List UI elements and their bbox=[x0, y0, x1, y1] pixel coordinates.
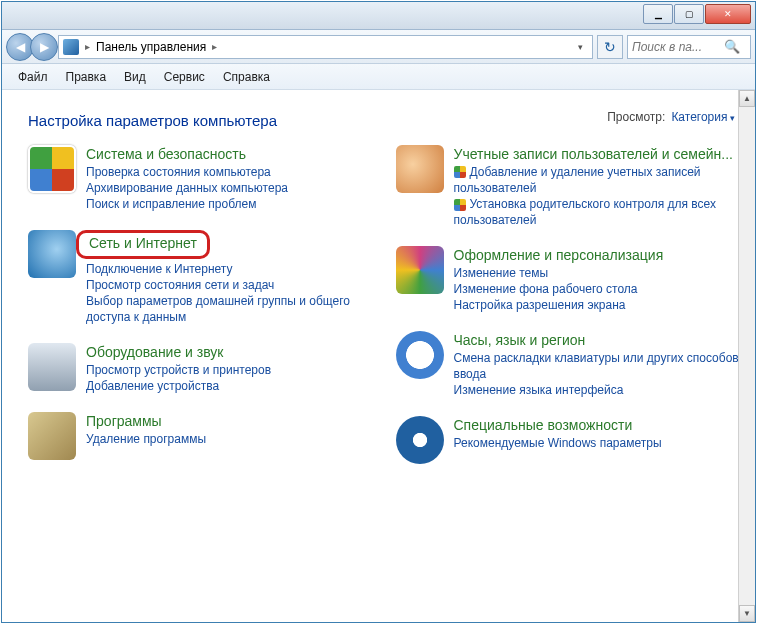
category-title-hardware[interactable]: Оборудование и звук bbox=[86, 344, 224, 360]
menu-edit[interactable]: Правка bbox=[58, 68, 115, 86]
category-title-access[interactable]: Специальные возможности bbox=[454, 417, 633, 433]
category-link[interactable]: Просмотр устройств и принтеров bbox=[86, 362, 372, 378]
category-access: Специальные возможностиРекомендуемые Win… bbox=[396, 416, 740, 464]
menu-help[interactable]: Справка bbox=[215, 68, 278, 86]
category-link[interactable]: Настройка разрешения экрана bbox=[454, 297, 740, 313]
category-clock: Часы, язык и регионСмена раскладки клави… bbox=[396, 331, 740, 398]
hardware-icon bbox=[28, 343, 76, 391]
category-appearance: Оформление и персонализацияИзменение тем… bbox=[396, 246, 740, 313]
menu-file[interactable]: Файл bbox=[10, 68, 56, 86]
highlight-ring: Сеть и Интернет bbox=[76, 230, 210, 259]
category-title-programs[interactable]: Программы bbox=[86, 413, 162, 429]
category-title-security[interactable]: Система и безопасность bbox=[86, 146, 246, 162]
appearance-icon bbox=[396, 246, 444, 294]
programs-icon bbox=[28, 412, 76, 460]
menu-tools[interactable]: Сервис bbox=[156, 68, 213, 86]
category-hardware: Оборудование и звукПросмотр устройств и … bbox=[28, 343, 372, 394]
category-link[interactable]: Изменение фона рабочего стола bbox=[454, 281, 740, 297]
category-body: Оборудование и звукПросмотр устройств и … bbox=[86, 343, 372, 394]
search-box[interactable]: 🔍 bbox=[627, 35, 751, 59]
search-icon[interactable]: 🔍 bbox=[724, 39, 740, 54]
category-link[interactable]: Просмотр состояния сети и задач bbox=[86, 277, 372, 293]
titlebar: ▁ ▢ ✕ bbox=[2, 2, 755, 30]
breadcrumb-arrow-icon: ▸ bbox=[85, 41, 90, 52]
minimize-button[interactable]: ▁ bbox=[643, 4, 673, 24]
category-network: Сеть и ИнтернетПодключение к ИнтернетуПр… bbox=[28, 230, 372, 325]
category-link[interactable]: Поиск и исправление проблем bbox=[86, 196, 372, 212]
category-link[interactable]: Изменение темы bbox=[454, 265, 740, 281]
breadcrumb[interactable]: Панель управления bbox=[96, 40, 206, 54]
category-programs: ПрограммыУдаление программы bbox=[28, 412, 372, 460]
control-panel-icon bbox=[63, 39, 79, 55]
menu-view[interactable]: Вид bbox=[116, 68, 154, 86]
view-selector: Просмотр: Категория bbox=[607, 110, 735, 124]
navbar: ◀ ▶ ▸ Панель управления ▸ ▾ ↻ 🔍 bbox=[2, 30, 755, 64]
category-title-appearance[interactable]: Оформление и персонализация bbox=[454, 247, 664, 263]
shield-icon bbox=[454, 199, 466, 211]
category-title-network[interactable]: Сеть и Интернет bbox=[89, 235, 197, 251]
category-body: Специальные возможностиРекомендуемые Win… bbox=[454, 416, 740, 464]
category-link[interactable]: Смена раскладки клавиатуры или других сп… bbox=[454, 350, 740, 382]
category-link[interactable]: Выбор параметров домашней группы и общег… bbox=[86, 293, 372, 325]
category-link[interactable]: Рекомендуемые Windows параметры bbox=[454, 435, 740, 451]
content-area: Настройка параметров компьютера Просмотр… bbox=[2, 90, 755, 622]
scroll-track[interactable] bbox=[739, 107, 755, 605]
category-body: Часы, язык и регионСмена раскладки клави… bbox=[454, 331, 740, 398]
menubar: Файл Правка Вид Сервис Справка bbox=[2, 64, 755, 90]
users-icon bbox=[396, 145, 444, 193]
category-body: Учетные записи пользователей и семейн...… bbox=[454, 145, 740, 228]
address-dropdown-icon[interactable]: ▾ bbox=[572, 42, 588, 52]
scroll-down-button[interactable]: ▼ bbox=[739, 605, 755, 622]
category-link[interactable]: Подключение к Интернету bbox=[86, 261, 372, 277]
forward-button[interactable]: ▶ bbox=[30, 33, 58, 61]
category-body: Сеть и ИнтернетПодключение к ИнтернетуПр… bbox=[86, 230, 372, 325]
left-column: Система и безопасностьПроверка состояния… bbox=[28, 145, 372, 464]
clock-icon bbox=[396, 331, 444, 379]
category-link[interactable]: Изменение языка интерфейса bbox=[454, 382, 740, 398]
address-bar[interactable]: ▸ Панель управления ▸ ▾ bbox=[58, 35, 593, 59]
category-security: Система и безопасностьПроверка состояния… bbox=[28, 145, 372, 212]
refresh-button[interactable]: ↻ bbox=[597, 35, 623, 59]
search-input[interactable] bbox=[632, 40, 724, 54]
maximize-button[interactable]: ▢ bbox=[674, 4, 704, 24]
close-button[interactable]: ✕ bbox=[705, 4, 751, 24]
category-link[interactable]: Архивирование данных компьютера bbox=[86, 180, 372, 196]
category-users: Учетные записи пользователей и семейн...… bbox=[396, 145, 740, 228]
network-icon bbox=[28, 230, 76, 278]
category-link[interactable]: Установка родительского контроля для все… bbox=[454, 196, 740, 228]
access-icon bbox=[396, 416, 444, 464]
view-dropdown[interactable]: Категория bbox=[671, 110, 735, 124]
scrollbar[interactable]: ▲ ▼ bbox=[738, 90, 755, 622]
view-label: Просмотр: bbox=[607, 110, 665, 124]
breadcrumb-arrow-icon: ▸ bbox=[212, 41, 217, 52]
category-link[interactable]: Добавление устройства bbox=[86, 378, 372, 394]
category-body: Система и безопасностьПроверка состояния… bbox=[86, 145, 372, 212]
category-body: ПрограммыУдаление программы bbox=[86, 412, 372, 460]
shield-icon bbox=[454, 166, 466, 178]
scroll-up-button[interactable]: ▲ bbox=[739, 90, 755, 107]
category-link[interactable]: Проверка состояния компьютера bbox=[86, 164, 372, 180]
category-body: Оформление и персонализацияИзменение тем… bbox=[454, 246, 740, 313]
category-title-users[interactable]: Учетные записи пользователей и семейн... bbox=[454, 146, 733, 162]
window: ▁ ▢ ✕ ◀ ▶ ▸ Панель управления ▸ ▾ ↻ 🔍 Фа… bbox=[1, 1, 756, 623]
category-link[interactable]: Удаление программы bbox=[86, 431, 372, 447]
category-title-clock[interactable]: Часы, язык и регион bbox=[454, 332, 586, 348]
category-link[interactable]: Добавление и удаление учетных записей по… bbox=[454, 164, 740, 196]
right-column: Учетные записи пользователей и семейн...… bbox=[396, 145, 740, 464]
security-icon bbox=[28, 145, 76, 193]
